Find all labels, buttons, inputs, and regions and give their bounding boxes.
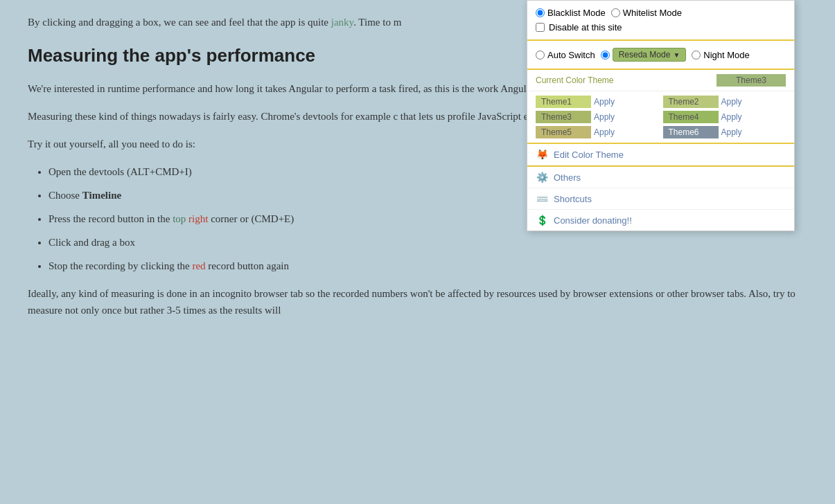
theme4-cell: Theme4 Apply <box>663 111 786 123</box>
reseda-mode-label: Reseda Mode <box>619 50 671 60</box>
reseda-mode-button[interactable]: Reseda Mode ▼ <box>613 48 687 62</box>
theme6-cell: Theme6 Apply <box>663 126 786 138</box>
theme2-cell: Theme2 Apply <box>663 96 786 108</box>
dropdown-arrow-icon: ▼ <box>673 51 680 59</box>
theme-row-1: Theme1 Apply Theme2 Apply <box>536 96 786 108</box>
theme1-cell: Theme1 Apply <box>536 96 659 108</box>
theme2-apply-button[interactable]: Apply <box>721 97 742 107</box>
theme6-swatch: Theme6 <box>663 126 719 138</box>
night-mode-label: Night Mode <box>703 50 749 60</box>
whitelist-mode-label: Whitelist Mode <box>623 8 682 18</box>
reseda-mode-radio[interactable] <box>601 51 610 60</box>
current-theme-label: Current Color Theme <box>536 75 614 85</box>
auto-switch-radio[interactable] <box>536 51 545 60</box>
night-mode-radio[interactable] <box>692 51 701 60</box>
list-item: Click and drag a box <box>49 234 807 251</box>
disable-option[interactable]: Disable at this site <box>536 22 622 33</box>
list-item: Stop the recording by clicking the red r… <box>49 258 807 274</box>
theme3-apply-button[interactable]: Apply <box>594 112 615 122</box>
theme-row-2: Theme3 Apply Theme4 Apply <box>536 111 786 123</box>
theme2-swatch: Theme2 <box>663 96 719 108</box>
janky-link[interactable]: janky <box>331 17 353 28</box>
theme1-swatch: Theme1 <box>536 96 591 108</box>
para4: Ideally, any kind of measuring is done i… <box>28 285 807 318</box>
theme4-swatch: Theme4 <box>663 111 719 123</box>
auto-switch-option[interactable]: Auto Switch <box>536 50 595 60</box>
switch-mode-row: Auto Switch Reseda Mode ▼ Night Mode <box>536 48 786 62</box>
theme6-apply-button[interactable]: Apply <box>721 127 742 137</box>
blacklist-mode-radio[interactable] <box>536 8 545 17</box>
auto-switch-label: Auto Switch <box>547 50 595 60</box>
edit-color-theme-label: Edit Color Theme <box>554 150 624 160</box>
donate-icon: 💲 <box>536 214 548 226</box>
theme3-swatch: Theme3 <box>536 111 591 123</box>
whitelist-mode-radio[interactable] <box>611 8 620 17</box>
whitelist-mode-option[interactable]: Whitelist Mode <box>611 8 682 18</box>
disable-checkbox[interactable] <box>536 23 545 32</box>
others-item[interactable]: ⚙️ Others <box>527 167 794 188</box>
disable-label: Disable at this site <box>549 22 622 33</box>
popup-panel: Blacklist Mode Whitelist Mode Disable at… <box>527 0 795 231</box>
blacklist-mode-option[interactable]: Blacklist Mode <box>536 8 606 18</box>
disable-row: Disable at this site <box>536 22 786 33</box>
theme5-apply-button[interactable]: Apply <box>594 127 615 137</box>
donate-item[interactable]: 💲 Consider donating!! <box>527 210 794 231</box>
shortcuts-label: Shortcuts <box>554 194 592 204</box>
current-theme-value: Theme3 <box>717 74 786 87</box>
mode-section: Blacklist Mode Whitelist Mode Disable at… <box>527 1 794 41</box>
shortcuts-icon: ⌨️ <box>536 192 548 205</box>
theme-row-3: Theme5 Apply Theme6 Apply <box>536 126 786 138</box>
reseda-mode-option[interactable]: Reseda Mode ▼ <box>601 48 687 62</box>
others-icon: ⚙️ <box>536 171 548 183</box>
edit-color-icon: 🦊 <box>536 148 548 161</box>
others-label: Others <box>554 172 581 183</box>
shortcuts-item[interactable]: ⌨️ Shortcuts <box>527 188 794 210</box>
blacklist-whitelist-row: Blacklist Mode Whitelist Mode <box>536 8 786 18</box>
blacklist-mode-label: Blacklist Mode <box>547 8 606 18</box>
theme4-apply-button[interactable]: Apply <box>721 112 742 122</box>
edit-color-theme-item[interactable]: 🦊 Edit Color Theme <box>527 144 794 165</box>
switch-section: Auto Switch Reseda Mode ▼ Night Mode <box>527 41 794 70</box>
theme5-swatch: Theme5 <box>536 126 591 138</box>
theme-grid: Theme1 Apply Theme2 Apply Theme3 Apply T… <box>527 91 794 144</box>
theme3-cell: Theme3 Apply <box>536 111 659 123</box>
donate-label: Consider donating!! <box>554 215 632 226</box>
theme5-cell: Theme5 Apply <box>536 126 659 138</box>
night-mode-option[interactable]: Night Mode <box>692 50 749 60</box>
theme1-apply-button[interactable]: Apply <box>594 97 615 107</box>
current-theme-row: Current Color Theme Theme3 <box>527 70 794 91</box>
